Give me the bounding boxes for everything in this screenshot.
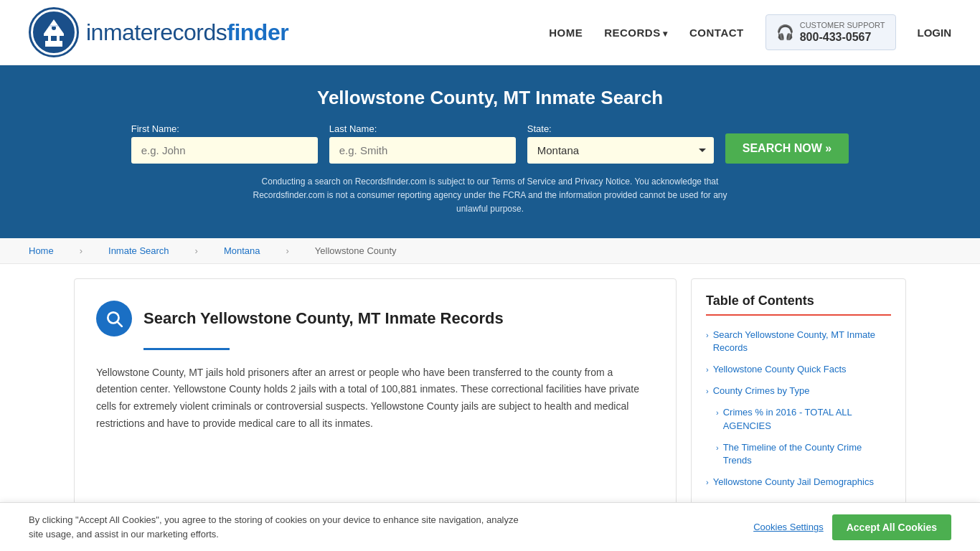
svg-rect-2 [48,35,51,41]
toc-box: Table of Contents ›Search Yellowstone Co… [691,278,906,509]
svg-line-9 [118,321,122,326]
state-label: State: [527,123,714,134]
chevron-icon: › [706,364,709,375]
svg-rect-1 [45,41,62,47]
cookie-banner: By clicking "Accept All Cookies", you ag… [0,502,980,522]
breadcrumb-county: Yellowstone County [315,245,397,256]
hero-section: Yellowstone County, MT Inmate Search Fir… [0,65,980,238]
support-info: CUSTOMER SUPPORT 800-433-0567 [800,21,885,43]
support-number[interactable]: 800-433-0567 [800,31,885,44]
logo-area: inmaterecordsfinder [29,7,288,57]
breadcrumb: Home › Inmate Search › Montana › Yellows… [0,238,980,264]
disclaimer-text: Conducting a search on Recordsfinder.com… [239,175,741,217]
chevron-icon: › [716,408,719,418]
toc-item[interactable]: ›Yellowstone County Quick Facts [706,359,891,380]
breadcrumb-montana[interactable]: Montana [224,245,260,256]
nav-records[interactable]: RECORDS [604,27,668,39]
state-group: State: Montana Alabama Alaska Arizona Ca… [527,123,714,164]
customer-support-box: 🎧 CUSTOMER SUPPORT 800-433-0567 [765,14,896,50]
nav-home[interactable]: HOME [549,27,583,39]
toc-item[interactable]: ›The Timeline of the County Crime Trends [706,437,891,471]
content-body: Yellowstone County, MT jails hold prison… [96,364,654,433]
cookie-text: By clicking "Accept All Cookies", you ag… [29,513,531,522]
chevron-icon: › [706,386,709,397]
content-title: Search Yellowstone County, MT Inmate Rec… [143,309,504,328]
toc-title: Table of Contents [706,293,891,316]
svg-rect-7 [50,25,58,27]
title-underline [143,348,230,350]
search-button[interactable]: SEARCH NOW » [725,133,849,164]
toc-item[interactable]: ›Crimes % in 2016 - TOTAL ALL AGENCIES [706,402,891,436]
nav-contact[interactable]: CONTACT [689,27,744,39]
cookie-accept-button[interactable]: Accept All Cookies [832,514,951,523]
last-name-input[interactable] [329,137,516,164]
cookie-buttons: Cookies Settings Accept All Cookies [753,514,951,523]
logo-icon [29,7,79,57]
svg-rect-3 [57,35,60,41]
content-title-row: Search Yellowstone County, MT Inmate Rec… [96,301,654,336]
state-select[interactable]: Montana Alabama Alaska Arizona Californi… [527,137,714,164]
first-name-label: First Name: [131,123,318,134]
logo-text-light: inmaterecords [86,19,227,45]
page-title: Yellowstone County, MT Inmate Search [29,87,951,109]
last-name-label: Last Name: [329,123,516,134]
toc-item[interactable]: ›Search Yellowstone County, MT Inmate Re… [706,324,891,359]
breadcrumb-inmate-search[interactable]: Inmate Search [108,245,169,256]
headset-icon: 🎧 [776,24,794,41]
site-header: inmaterecordsfinder HOME RECORDS CONTACT… [0,0,980,65]
chevron-icon: › [716,443,719,453]
toc-item[interactable]: ›County Crimes by Type [706,380,891,402]
search-form: First Name: Last Name: State: Montana Al… [29,123,951,164]
chevron-icon: › [706,330,709,341]
chevron-icon: › [706,477,709,488]
first-name-group: First Name: [131,123,318,164]
main-area: Search Yellowstone County, MT Inmate Rec… [60,278,920,509]
last-name-group: Last Name: [329,123,516,164]
sidebar: Table of Contents ›Search Yellowstone Co… [691,278,906,509]
cookie-settings-button[interactable]: Cookies Settings [753,522,824,522]
svg-rect-4 [44,34,64,36]
breadcrumb-home[interactable]: Home [29,245,54,256]
nav-login[interactable]: LOGIN [918,27,952,39]
search-icon-circle [96,301,132,336]
logo-text-bold: finder [227,19,288,45]
logo-text: inmaterecordsfinder [86,19,288,46]
content-area: Search Yellowstone County, MT Inmate Rec… [74,278,677,509]
first-name-input[interactable] [131,137,318,164]
toc-list: ›Search Yellowstone County, MT Inmate Re… [706,324,891,494]
main-nav: HOME RECORDS CONTACT 🎧 CUSTOMER SUPPORT … [549,14,951,50]
toc-item[interactable]: ›Yellowstone County Jail Demographics [706,471,891,493]
support-label: CUSTOMER SUPPORT [800,21,885,30]
search-icon [105,309,123,328]
